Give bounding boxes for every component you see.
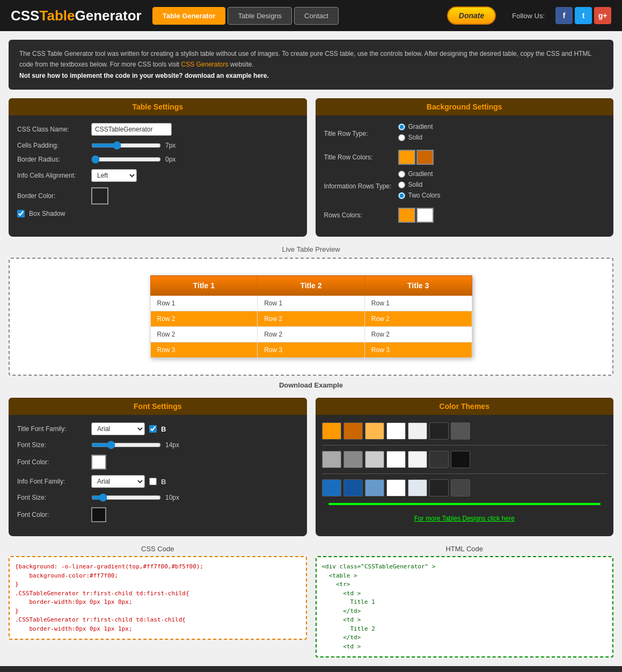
rows-color-swatches — [398, 208, 434, 223]
border-radius-value: 0px — [165, 156, 181, 163]
rows-color-swatch-2[interactable] — [416, 208, 434, 223]
box-shadow-row: Box Shadow — [17, 210, 298, 217]
theme-swatch-orange-1[interactable] — [322, 422, 341, 440]
table-row: Row 1Row 1Row 1 — [150, 296, 472, 311]
background-settings-content: Title Row Type: Gradient Solid Title Row — [316, 123, 614, 223]
html-code-area[interactable]: <div class="CSSTableGenerator" > <table … — [316, 556, 614, 658]
title-font-size-value: 14px — [165, 441, 181, 449]
title-row-colors-row: Title Row Colors: — [324, 150, 605, 165]
info-align-select[interactable]: Left Center Right — [91, 169, 137, 182]
box-shadow-checkbox[interactable] — [17, 210, 25, 217]
facebook-icon[interactable]: f — [555, 7, 573, 24]
cells-padding-slider[interactable] — [91, 141, 161, 150]
title-solid-radio[interactable] — [398, 134, 405, 141]
info-bold-checkbox[interactable] — [149, 478, 157, 485]
gradient-radio-row: Gradient — [398, 123, 433, 130]
main-content: The CSS Table Generator tool was written… — [0, 31, 622, 666]
download-link[interactable]: Download Example — [9, 381, 613, 389]
themes-grid: For more Tables Designs click here — [316, 422, 614, 522]
theme-swatch-dark-1[interactable] — [429, 422, 449, 440]
color-themes-panel: Color Themes — [316, 398, 614, 536]
table-header-3: Title 3 — [364, 276, 472, 296]
theme-swatch-gray-4[interactable] — [365, 451, 384, 468]
title-font-color-swatch[interactable] — [91, 455, 106, 470]
theme-swatch-blue-3[interactable] — [365, 479, 384, 496]
rows-color-swatch-1[interactable] — [398, 208, 415, 223]
info-font-color-row: Font Color: — [17, 507, 298, 522]
title-color-swatch-2[interactable] — [416, 150, 434, 165]
googleplus-icon[interactable]: g+ — [594, 7, 611, 24]
info-two-colors-radio-row: Two Colors — [398, 192, 441, 199]
border-radius-slider[interactable] — [91, 155, 161, 164]
theme-swatch-lightblue[interactable] — [408, 479, 427, 496]
color-themes-header: Color Themes — [316, 398, 614, 415]
green-bar — [328, 503, 601, 505]
css-code-area[interactable]: {background: -o-linear-gradient(top,#ff7… — [9, 556, 307, 640]
theme-row-2 — [322, 451, 608, 468]
theme-swatch-white-3[interactable] — [386, 479, 406, 496]
tab-contact[interactable]: Contact — [294, 7, 339, 25]
social-icons: f t g+ — [555, 7, 611, 24]
tab-table-designs[interactable]: Table Designs — [228, 7, 292, 25]
theme-swatch-gray-1[interactable] — [451, 422, 470, 440]
title-bold-checkbox[interactable] — [149, 425, 157, 433]
table-cell: Row 1 — [150, 296, 258, 311]
nav: Table Generator Table Designs Contact — [152, 7, 339, 25]
theme-swatch-white-1[interactable] — [386, 422, 406, 440]
border-color-swatch[interactable] — [91, 187, 108, 204]
theme-swatch-blue-1[interactable] — [322, 479, 341, 496]
info-font-family-select[interactable]: Arial Verdana — [91, 475, 145, 488]
theme-swatch-gray-2[interactable] — [322, 451, 341, 468]
info-two-colors-radio[interactable] — [398, 192, 405, 199]
theme-swatch-orange-3[interactable] — [365, 422, 384, 440]
donate-button[interactable]: Donate — [447, 6, 496, 25]
table-header-2: Title 2 — [258, 276, 365, 296]
font-settings-header: Font Settings — [9, 398, 307, 415]
theme-swatch-dark-2[interactable] — [429, 451, 449, 468]
table-header-1: Title 1 — [150, 276, 258, 296]
cells-padding-row: Cells Padding: 7px — [17, 141, 298, 150]
table-cell: Row 2 — [150, 311, 258, 327]
cells-padding-slider-container: 7px — [91, 141, 181, 150]
preview-table: Title 1 Title 2 Title 3 Row 1Row 1Row 1R… — [150, 275, 472, 358]
title-row-type-options: Gradient Solid — [398, 123, 433, 144]
title-font-size-slider[interactable] — [91, 441, 161, 449]
css-class-input[interactable] — [91, 123, 172, 136]
theme-swatch-blue-2[interactable] — [343, 479, 363, 496]
theme-swatch-dark-4[interactable] — [429, 479, 449, 496]
theme-row-3 — [322, 479, 608, 496]
theme-swatch-white-2[interactable] — [386, 451, 406, 468]
theme-row-1 — [322, 422, 608, 440]
tab-table-generator[interactable]: Table Generator — [152, 7, 226, 25]
info-rows-type-options: Gradient Solid Two Colors — [398, 170, 441, 202]
follow-label: Follow Us: — [512, 12, 545, 20]
solid-label: Solid — [408, 134, 423, 141]
info-font-size-slider-container: 10px — [91, 493, 181, 502]
theme-swatch-lightgray-2[interactable] — [408, 451, 427, 468]
theme-swatch-gray-3[interactable] — [343, 451, 363, 468]
theme-swatch-dark-3[interactable] — [451, 451, 470, 468]
theme-swatch-orange-2[interactable] — [343, 422, 363, 440]
theme-swatch-dark-5[interactable] — [451, 479, 470, 496]
info-gradient-radio[interactable] — [398, 171, 405, 178]
title-font-family-select[interactable]: Arial Verdana Times New Roman — [91, 422, 145, 435]
table-cell: Row 1 — [258, 296, 365, 311]
title-font-size-slider-container: 14px — [91, 441, 181, 449]
info-solid-radio[interactable] — [398, 181, 405, 188]
table-cell: Row 1 — [364, 296, 472, 311]
twitter-icon[interactable]: t — [575, 7, 592, 24]
css-generators-link[interactable]: CSS Generators — [181, 61, 228, 68]
themes-more-link[interactable]: For more Tables Designs click here — [414, 515, 515, 522]
title-row-type-label: Title Row Type: — [324, 130, 394, 137]
table-cell: Row 2 — [150, 327, 258, 342]
info-rows-type-row: Information Rows Type: Gradient Solid — [324, 170, 605, 202]
preview-container: Title 1 Title 2 Title 3 Row 1Row 1Row 1R… — [9, 258, 613, 376]
table-header-row: Title 1 Title 2 Title 3 — [150, 276, 472, 296]
info-font-color-swatch[interactable] — [91, 507, 106, 522]
theme-swatch-lightgray-1[interactable] — [408, 422, 427, 440]
preview-label: Live Table Preview — [9, 245, 613, 253]
solid-radio-row: Solid — [398, 134, 433, 141]
title-color-swatch-1[interactable] — [398, 150, 415, 165]
info-font-size-slider[interactable] — [91, 493, 161, 502]
title-gradient-radio[interactable] — [398, 123, 405, 130]
